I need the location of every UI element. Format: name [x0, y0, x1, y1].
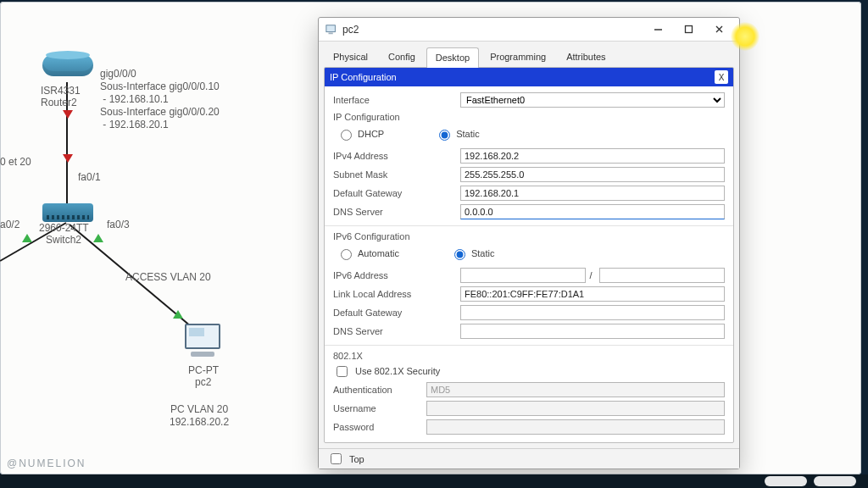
window-title: pc2	[342, 24, 643, 36]
section-ipv4: IP Configuration	[333, 112, 725, 122]
label-authn: Authentication	[333, 385, 426, 395]
titlebar[interactable]: pc2	[319, 18, 739, 42]
port-status-icon	[22, 234, 32, 242]
port-status-icon	[93, 234, 103, 242]
username-input	[426, 401, 725, 416]
router-name2: Router2	[41, 97, 77, 109]
panel-header[interactable]: IP Configuration X	[325, 68, 733, 86]
tab-physical[interactable]: Physical	[324, 47, 377, 67]
ipv6-prefix-input[interactable]	[599, 268, 725, 283]
pc-name2: pc2	[195, 376, 211, 389]
default-gateway-input[interactable]	[460, 186, 725, 201]
tab-desktop[interactable]: Desktop	[426, 47, 479, 68]
window-footer: Top	[319, 448, 739, 469]
taskbar-pill[interactable]	[814, 476, 856, 486]
section-8021x: 802.1X	[333, 351, 725, 361]
label-link-local: Link Local Address	[333, 289, 460, 299]
panel-title: IP Configuration	[330, 72, 397, 82]
radio-static6[interactable]: Static	[450, 247, 495, 260]
switch-name2: Switch2	[46, 234, 81, 247]
dns-server6-input[interactable]	[460, 324, 725, 339]
label-dns6: DNS Server	[333, 326, 460, 336]
subnet-mask-input[interactable]	[460, 167, 725, 182]
port-status-icon	[173, 310, 183, 319]
svg-rect-1	[329, 32, 333, 34]
slash-separator: /	[586, 270, 595, 280]
device-pc[interactable]	[183, 324, 222, 361]
os-taskbar[interactable]	[0, 474, 868, 488]
minimize-button[interactable]	[643, 20, 673, 39]
link-local-input[interactable]	[460, 286, 725, 302]
radio-static[interactable]: Static	[435, 127, 480, 141]
ipv4-address-input[interactable]	[460, 148, 725, 164]
label-mask: Subnet Mask	[333, 169, 460, 180]
port-label-a02: a0/2	[0, 219, 19, 231]
svg-rect-0	[326, 25, 336, 31]
label-interface: Interface	[333, 95, 460, 105]
access-vlan-label: ACCESS VLAN 20	[125, 271, 211, 284]
router-name1: ISR4331	[41, 85, 81, 97]
section-ipv6: IPv6 Configuration	[333, 231, 725, 241]
tab-attributes[interactable]: Attributes	[557, 47, 615, 67]
device-router[interactable]	[42, 54, 93, 83]
top-checkbox[interactable]	[331, 453, 342, 464]
close-button[interactable]	[704, 20, 734, 39]
dns-server-input[interactable]	[460, 204, 725, 219]
router-config-note: gig0/0/0 Sous-Interface gig0/0/0.10 - 19…	[100, 68, 220, 131]
label-password: Password	[333, 422, 426, 432]
desktop-panel: IP Configuration X Interface FastEtherne…	[324, 67, 734, 443]
packet-tracer-canvas: ISR4331 Router2 gig0/0/0 Sous-Interface …	[0, 2, 861, 474]
panel-close-button[interactable]: X	[715, 70, 728, 84]
label-top: Top	[349, 454, 364, 464]
app-icon	[326, 24, 337, 36]
port-label-fa01: fa0/1	[78, 171, 101, 184]
default-gateway6-input[interactable]	[460, 305, 725, 320]
label-gateway: Default Gateway	[333, 188, 460, 198]
radio-dhcp[interactable]: DHCP	[337, 127, 384, 141]
label-gateway6: Default Gateway	[333, 308, 460, 318]
maximize-button[interactable]	[673, 20, 704, 39]
svg-rect-2	[685, 26, 692, 33]
use-8021x-checkbox[interactable]: Use 802.1X Security	[333, 363, 440, 380]
label-ipv6: IPv6 Address	[333, 270, 460, 280]
left-truncated-note: 0 et 20	[0, 156, 31, 169]
label-ipv4: IPv4 Address	[333, 151, 460, 161]
label-username: Username	[333, 403, 426, 413]
authentication-select	[426, 382, 725, 397]
tab-config[interactable]: Config	[379, 47, 425, 67]
password-input	[426, 419, 725, 435]
pc-name1: PC-PT	[188, 364, 219, 377]
taskbar-pill[interactable]	[765, 476, 807, 486]
watermark: @NUMELION	[7, 458, 86, 469]
port-status-icon	[63, 154, 73, 163]
radio-automatic[interactable]: Automatic	[337, 247, 399, 260]
port-label-fa03: fa0/3	[107, 219, 130, 231]
port-status-icon	[63, 110, 73, 119]
switch-name1: 2960-24TT	[39, 222, 89, 235]
window-tabs: Physical Config Desktop Programming Attr…	[319, 42, 739, 67]
device-window: pc2 Physical Config Desktop Programming …	[318, 17, 740, 469]
ipv6-address-input[interactable]	[460, 268, 586, 283]
interface-select[interactable]: FastEthernet0	[460, 92, 725, 108]
tab-programming[interactable]: Programming	[481, 47, 555, 67]
pc-ip-note: PC VLAN 20 192.168.20.2	[170, 403, 229, 429]
label-dns: DNS Server	[333, 207, 460, 217]
